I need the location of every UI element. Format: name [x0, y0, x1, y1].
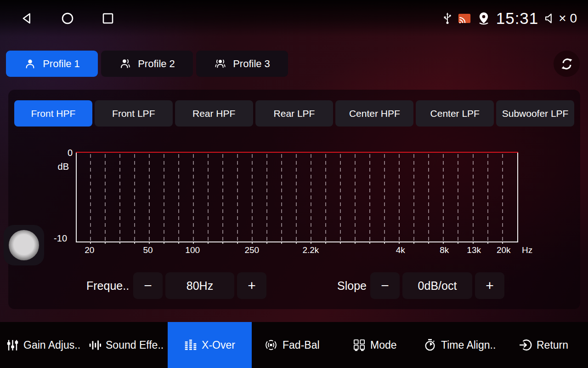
home-button[interactable] [60, 11, 75, 26]
x-axis-tick-mark [473, 242, 474, 244]
x-axis-tick-mark [384, 242, 385, 244]
nav-gain-adjust[interactable]: Gain Adjus.. [6, 322, 80, 368]
vertical-gridline [134, 154, 135, 242]
x-axis-tick-mark [134, 242, 135, 244]
profile-tabs: Profile 1 Profile 2 Profile 3 [6, 51, 288, 77]
y-axis-tick-minus10: -10 [46, 233, 67, 244]
floating-knob-button[interactable] [4, 225, 44, 265]
vertical-gridline [325, 154, 326, 242]
x-axis-tick-mark [355, 242, 356, 244]
x-axis-tick-label: 2.2k [302, 245, 319, 255]
x-axis-tick-mark [208, 242, 209, 244]
usb-icon [443, 12, 452, 25]
nav-return[interactable]: Return [519, 322, 568, 368]
slope-minus-button[interactable]: − [370, 272, 400, 299]
profile-1-tab[interactable]: Profile 1 [6, 51, 98, 77]
person-icon [119, 58, 131, 70]
tab-front-hpf[interactable]: Front HPF [14, 100, 92, 126]
x-axis-tick-mark [266, 242, 267, 244]
vertical-gridline [90, 154, 91, 242]
x-axis-tick-mark [281, 242, 282, 244]
vertical-gridline [296, 154, 297, 242]
x-axis-tick-label: 4k [396, 245, 405, 255]
nav-sound-effects[interactable]: Sound Effe.. [89, 322, 164, 368]
x-axis-tick-label: 20k [497, 245, 511, 255]
cast-icon [458, 12, 471, 24]
profile-label: Profile 1 [43, 58, 80, 70]
frequency-plus-button[interactable]: + [237, 272, 266, 299]
stopwatch-icon [424, 339, 436, 351]
vertical-gridline [502, 154, 503, 242]
tab-center-lpf[interactable]: Center LPF [416, 100, 494, 126]
x-axis-tick-mark [311, 242, 311, 244]
android-nav-keys [19, 11, 116, 26]
frequency-value: 80Hz [165, 272, 234, 299]
vertical-gridline [413, 154, 414, 242]
xover-panel: Front HPF Front LPF Rear HPF Rear LPF Ce… [8, 90, 580, 309]
vertical-gridline [164, 154, 164, 242]
x-axis-tick-mark [164, 242, 164, 244]
x-axis-tick-mark [369, 242, 370, 244]
knob-icon [9, 230, 39, 260]
person-icon [24, 58, 36, 70]
vertical-gridline [266, 154, 267, 242]
y-axis-unit: dB [48, 161, 69, 172]
profile-label: Profile 2 [138, 58, 175, 70]
filter-channel-tabs: Front HPF Front LPF Rear HPF Rear LPF Ce… [14, 100, 574, 126]
vertical-gridline [237, 154, 238, 242]
nav-mode[interactable]: Mode [353, 322, 397, 368]
vertical-gridline [193, 154, 194, 242]
clock: 15:31 [496, 9, 539, 28]
response-curve [76, 152, 518, 153]
reset-button[interactable] [554, 51, 580, 77]
x-axis-tick-mark [458, 242, 458, 244]
status-icons: 15:31 × 0 [443, 0, 577, 37]
x-axis-tick-mark [399, 242, 400, 244]
x-axis-tick-mark [413, 242, 414, 244]
nav-label: Fad-Bal [283, 339, 320, 351]
tab-front-lpf[interactable]: Front LPF [95, 100, 173, 126]
nav-time-align[interactable]: Time Align.. [424, 322, 496, 368]
recents-button[interactable] [100, 11, 116, 26]
vertical-gridline [178, 154, 179, 242]
x-axis-tick-label: 50 [143, 245, 153, 255]
x-axis-tick-mark [443, 242, 444, 244]
nav-fad-bal[interactable]: Fad-Bal [264, 322, 320, 368]
vertical-gridline [473, 154, 474, 242]
x-axis-tick-mark [237, 242, 238, 244]
volume-status: × 0 [544, 11, 577, 26]
vertical-gridline [311, 154, 311, 242]
status-bar: 15:31 × 0 [0, 0, 588, 37]
nav-label: X-Over [202, 339, 235, 351]
nav-x-over[interactable]: X-Over [168, 322, 252, 368]
vertical-gridline [281, 154, 282, 242]
tab-subwoofer-lpf[interactable]: Subwoofer LPF [496, 100, 574, 126]
screen: 15:31 × 0 Profile 1 Profi [0, 0, 588, 368]
speaker-muted-icon [544, 12, 557, 25]
x-axis-tick-mark [502, 242, 503, 244]
waveform-bars-icon [89, 339, 101, 351]
x-axis-tick-mark [222, 242, 223, 244]
x-axis-tick-label: 20 [85, 245, 94, 255]
vertical-gridline [458, 154, 458, 242]
x-axis-tick-mark [149, 242, 150, 244]
vertical-gridline [384, 154, 385, 242]
slope-plus-button[interactable]: + [475, 272, 504, 299]
x-axis-tick-mark [178, 242, 179, 244]
x-axis-tick-mark [340, 242, 341, 244]
x-axis-tick-mark [325, 242, 326, 244]
x-axis-ticks: 20501002502.2k4k8k13k20k [76, 245, 518, 257]
tab-center-hpf[interactable]: Center HPF [335, 100, 413, 126]
frequency-minus-button[interactable]: − [133, 272, 163, 299]
y-axis-tick-0: 0 [51, 148, 73, 158]
vertical-gridline [399, 154, 400, 242]
tab-rear-hpf[interactable]: Rear HPF [175, 100, 253, 126]
back-button[interactable] [19, 11, 35, 26]
recents-icon [101, 12, 115, 25]
profile-label: Profile 3 [233, 58, 270, 70]
tab-rear-lpf[interactable]: Rear LPF [255, 100, 334, 126]
profile-3-tab[interactable]: Profile 3 [196, 51, 288, 77]
profile-2-tab[interactable]: Profile 2 [101, 51, 193, 77]
person-icon [214, 58, 226, 70]
x-axis-tick-mark [252, 242, 253, 244]
